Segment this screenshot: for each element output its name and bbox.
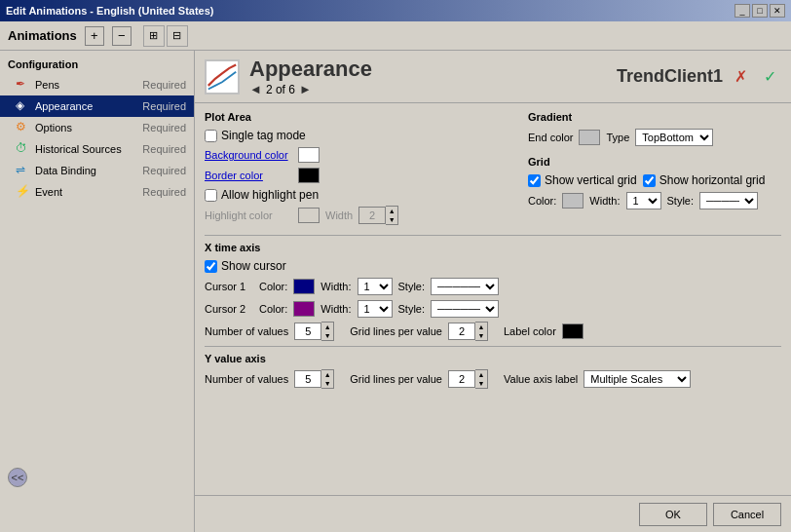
- x-grid-lines-up[interactable]: ▲: [475, 323, 487, 331]
- close-button[interactable]: ✕: [770, 4, 785, 18]
- animations-add-button[interactable]: +: [85, 26, 104, 46]
- show-horizontal-grid-checkbox[interactable]: [643, 174, 656, 187]
- sidebar-item-historical[interactable]: ⏱ Historical Sources Required: [0, 138, 194, 160]
- anim-tool-button-2[interactable]: ⊟: [167, 25, 188, 47]
- x-grid-lines-down[interactable]: ▼: [475, 331, 487, 340]
- show-cursor-label: Show cursor: [221, 259, 286, 273]
- single-tag-mode-label: Single tag mode: [221, 129, 306, 142]
- y-num-values-btns[interactable]: ▲ ▼: [321, 369, 334, 389]
- grid-style-select[interactable]: ────── - - - - · · · ·: [699, 192, 758, 209]
- y-num-values-up[interactable]: ▲: [321, 370, 333, 379]
- show-cursor-wrapper[interactable]: Show cursor: [205, 259, 286, 273]
- show-vertical-grid-wrapper[interactable]: Show vertical grid: [528, 173, 637, 187]
- sidebar-label-historical: Historical Sources: [35, 143, 142, 155]
- y-num-values-input[interactable]: [294, 370, 321, 388]
- sidebar-item-options[interactable]: ⚙ Options Required: [0, 117, 194, 138]
- background-color-label[interactable]: Background color: [205, 149, 292, 161]
- allow-highlight-checkbox[interactable]: [205, 189, 217, 202]
- border-color-box[interactable]: [298, 168, 320, 183]
- title-bar-buttons[interactable]: _ □ ✕: [734, 4, 785, 18]
- sidebar-item-databinding[interactable]: ⇌ Data Binding Required: [0, 160, 194, 181]
- highlight-width-down: ▼: [386, 215, 397, 224]
- x-grid-lines-input[interactable]: [448, 323, 475, 340]
- highlight-color-box: [298, 208, 320, 223]
- y-value-axis-title: Y value axis: [205, 353, 781, 364]
- y-grid-lines-up[interactable]: ▲: [475, 370, 487, 379]
- sidebar-item-event[interactable]: ⚡ Event Required: [0, 181, 194, 203]
- title-bar-text: Edit Animations - English (United States…: [6, 5, 214, 17]
- cursor1-color-box[interactable]: [293, 279, 315, 294]
- animations-remove-button[interactable]: −: [112, 26, 132, 46]
- ok-check-button[interactable]: ✓: [758, 65, 781, 89]
- x-num-values-up[interactable]: ▲: [321, 323, 333, 331]
- ok-button[interactable]: OK: [639, 503, 707, 526]
- panel-footer: OK Cancel: [195, 495, 791, 532]
- y-values-row: Number of values ▲ ▼ Grid lines per valu…: [205, 370, 781, 388]
- y-grid-lines-btns[interactable]: ▲ ▼: [475, 369, 488, 389]
- cursor1-width-label: Width:: [320, 281, 351, 292]
- bottom-nav-button[interactable]: <<: [8, 468, 27, 487]
- cursor1-style-select[interactable]: ────── - - - -: [431, 278, 499, 295]
- gradient-type-select[interactable]: TopBottom None LeftRight: [635, 129, 713, 146]
- x-num-values-input[interactable]: [294, 323, 321, 340]
- cancel-check-button[interactable]: ✗: [729, 65, 752, 89]
- plot-area-section: Plot Area Single tag mode Background col…: [205, 111, 508, 229]
- end-color-label: End color: [528, 132, 573, 143]
- allow-highlight-checkbox-wrapper[interactable]: Allow highlight pen: [205, 188, 319, 202]
- options-icon: ⚙: [16, 120, 31, 135]
- y-grid-lines-spinbox: ▲ ▼: [448, 370, 488, 388]
- sidebar-item-pens[interactable]: ✒ Pens Required: [0, 74, 194, 95]
- sidebar-label-options: Options: [35, 122, 142, 133]
- background-color-row: Background color: [205, 147, 508, 163]
- grid-color-box[interactable]: [562, 193, 584, 209]
- x-num-values-down[interactable]: ▼: [321, 331, 333, 340]
- show-vertical-grid-checkbox[interactable]: [528, 174, 541, 187]
- cancel-button[interactable]: Cancel: [713, 503, 781, 526]
- maximize-button[interactable]: □: [752, 4, 768, 18]
- y-grid-lines-label: Grid lines per value: [350, 373, 442, 385]
- main-container: Animations + − ⊞ ⊟ Configuration ✒ Pens …: [0, 21, 791, 532]
- y-axis-label-label: Value axis label: [504, 373, 578, 385]
- single-tag-mode-checkbox-wrapper[interactable]: Single tag mode: [205, 129, 306, 142]
- anim-toolbar: ⊞ ⊟: [143, 25, 188, 47]
- divider-1: [205, 235, 781, 236]
- background-color-box[interactable]: [298, 147, 320, 163]
- cursor2-color-label: Color:: [259, 303, 287, 315]
- grid-style-label: Style:: [667, 195, 695, 207]
- anim-tool-button-1[interactable]: ⊞: [143, 25, 165, 47]
- x-label-color-box[interactable]: [562, 323, 584, 339]
- cursor1-width-select[interactable]: 123: [358, 278, 393, 295]
- single-tag-mode-checkbox[interactable]: [205, 130, 217, 142]
- border-color-label[interactable]: Border color: [205, 170, 292, 181]
- end-color-box[interactable]: [579, 130, 600, 145]
- cursor1-label: Cursor 1: [205, 281, 253, 292]
- x-num-values-btns[interactable]: ▲ ▼: [321, 322, 334, 341]
- y-grid-lines-down[interactable]: ▼: [475, 379, 487, 388]
- show-cursor-checkbox[interactable]: [205, 260, 217, 273]
- sidebar-status-historical: Required: [142, 143, 186, 155]
- y-axis-label-select[interactable]: Multiple Scales Single Scale None: [584, 370, 691, 388]
- x-values-row: Number of values ▲ ▼ Grid lines per valu…: [205, 323, 781, 340]
- nav-next-button[interactable]: ►: [299, 82, 312, 96]
- show-horizontal-grid-wrapper[interactable]: Show horizontal grid: [643, 173, 766, 187]
- cursor1-style-label: Style:: [398, 281, 426, 292]
- cursor2-color-box[interactable]: [293, 301, 315, 317]
- sidebar-status-options: Required: [142, 122, 186, 133]
- cursor2-width-select[interactable]: 123: [358, 300, 393, 318]
- sidebar-label-databinding: Data Binding: [35, 165, 142, 176]
- historical-icon: ⏱: [16, 141, 31, 157]
- minimize-button[interactable]: _: [734, 4, 750, 18]
- sidebar-item-appearance[interactable]: ◈ Appearance Required: [0, 95, 194, 117]
- grid-width-label: Width:: [589, 195, 620, 207]
- cursor2-style-select[interactable]: ────── - - - -: [431, 300, 499, 318]
- x-grid-lines-btns[interactable]: ▲ ▼: [475, 322, 488, 341]
- grid-width-select[interactable]: 1 2 3: [626, 192, 661, 209]
- y-num-values-down[interactable]: ▼: [321, 379, 333, 388]
- y-num-values-spinbox: ▲ ▼: [294, 370, 334, 388]
- gradient-row: End color Type TopBottom None LeftRight: [528, 129, 781, 146]
- y-grid-lines-input[interactable]: [448, 370, 475, 388]
- y-num-values-label: Number of values: [205, 373, 288, 385]
- grid-title: Grid: [528, 156, 781, 168]
- sidebar-status-pens: Required: [142, 79, 186, 91]
- nav-prev-button[interactable]: ◄: [249, 82, 262, 96]
